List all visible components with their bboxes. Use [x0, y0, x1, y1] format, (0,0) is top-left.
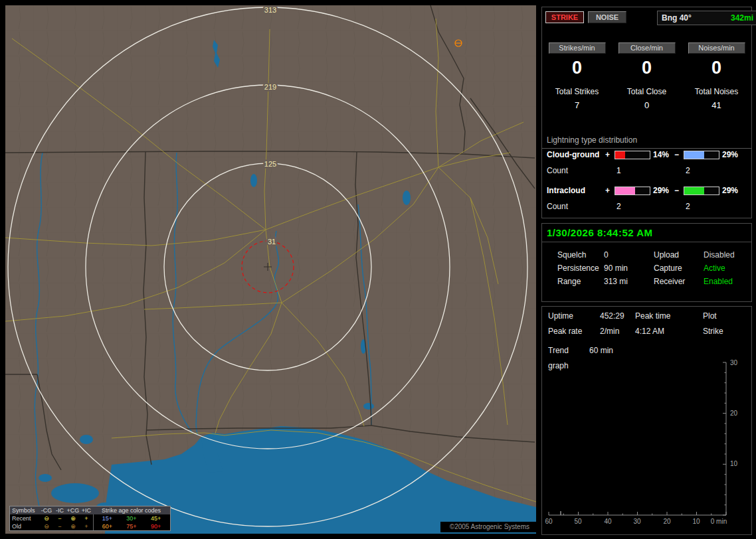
neg-ic-recent-icon: − — [53, 514, 66, 522]
cg-minus-pct: 29% — [719, 150, 751, 159]
uptime-value: 452:29 — [600, 309, 635, 324]
plot-label: Plot — [703, 309, 751, 324]
legend-old-label: Old — [12, 522, 40, 530]
neg-cg-recent-icon: ⊖ — [40, 514, 53, 522]
x-tick-60: 60 — [545, 518, 553, 525]
range-label: Range — [557, 275, 604, 288]
upload-label: Upload — [654, 248, 704, 262]
plus-sign: + — [605, 186, 614, 195]
plot-value: Strike — [703, 324, 751, 339]
bearing-label: Bng 40° — [662, 13, 692, 23]
strike-mode-button[interactable]: STRIKE — [545, 11, 584, 23]
total-noises-value: 41 — [711, 100, 721, 110]
total-strikes-value: 7 — [575, 100, 579, 110]
x-tick-40: 40 — [604, 518, 612, 525]
cloud-ground-count-row: Count 1 2 — [542, 166, 751, 175]
rate-counters: Strikes/min 0 Close/min 0 Noises/min 0 — [542, 42, 751, 77]
age-90: 90+ — [151, 522, 161, 530]
upload-status: Disabled — [704, 248, 751, 262]
squelch-value: 0 — [604, 248, 654, 262]
total-close-label: Total Close — [627, 87, 666, 96]
close-per-min-button[interactable]: Close/min — [618, 42, 676, 54]
legend-symbols-header: Symbols — [12, 506, 40, 514]
divider — [542, 242, 751, 242]
range-value: 313 mi — [604, 275, 654, 288]
capture-status: Active — [704, 262, 751, 275]
legend-col-neg-ic: -IC — [53, 506, 66, 514]
lake-pontchartrain — [51, 483, 99, 503]
intracloud-row: Intracloud + 29% − 29% — [542, 186, 751, 195]
x-tick-10: 10 — [692, 518, 700, 525]
pos-cg-recent-icon: ⊕ — [66, 514, 80, 522]
intracloud-count-row: Count 2 2 — [542, 202, 751, 211]
cg-plus-count: 1 — [614, 166, 650, 175]
map-canvas[interactable]: 313 219 125 31 — [5, 5, 536, 534]
legend-recent-label: Recent — [12, 514, 40, 522]
noises-per-min-button[interactable]: Noises/min — [688, 42, 745, 54]
neg-cg-old-icon: ⊖ — [40, 522, 53, 530]
status-table: Squelch 0 Upload Disabled Persistence 90… — [542, 248, 751, 288]
persistence-value: 90 min — [604, 262, 654, 275]
capture-label: Capture — [654, 262, 704, 275]
uptime-label: Uptime — [548, 309, 600, 324]
ring-label-219: 219 — [264, 83, 276, 91]
ic-plus-count: 2 — [614, 202, 650, 211]
noises-per-min-value: 0 — [711, 58, 721, 77]
ic-minus-bar — [684, 187, 719, 195]
ring-label-313: 313 — [264, 6, 276, 14]
total-close-value: 0 — [644, 100, 649, 110]
ring-label-31: 31 — [268, 238, 276, 246]
cg-plus-bar — [614, 151, 650, 159]
pos-cg-old-icon: ⊕ — [66, 522, 80, 530]
cloud-ground-label: Cloud-ground — [547, 150, 605, 159]
minus-sign: − — [674, 186, 684, 195]
x-tick-0min: 0 min — [711, 518, 727, 525]
trend-ticks — [549, 362, 726, 515]
ring-label-125: 125 — [264, 160, 276, 168]
count-label: Count — [547, 202, 605, 211]
age-60: 60+ — [102, 522, 112, 530]
legend-col-neg-cg: -CG — [40, 506, 53, 514]
strikes-per-min-button[interactable]: Strikes/min — [549, 42, 606, 54]
plus-sign: + — [605, 150, 614, 159]
peak-rate-label: Peak rate — [548, 324, 600, 339]
neg-ic-old-icon: − — [53, 522, 66, 530]
peak-rate-value: 2/min — [600, 324, 635, 339]
minus-sign: − — [674, 150, 684, 159]
total-strikes-label: Total Strikes — [555, 87, 599, 96]
uptime-row: Uptime 452:29 Peak time Plot — [542, 309, 751, 324]
status-panel: 1/30/2026 8:44:52 AM Squelch 0 Upload Di… — [541, 223, 752, 302]
noise-mode-button[interactable]: NOISE — [588, 11, 626, 23]
strikes-per-min-value: 0 — [572, 58, 582, 77]
age-45: 45+ — [151, 514, 161, 522]
close-per-min-value: 0 — [642, 58, 652, 77]
legend-age-header: Strike age color codes — [93, 506, 168, 514]
intracloud-label: Intracloud — [547, 186, 605, 195]
ic-plus-pct: 29% — [650, 186, 674, 195]
cg-minus-bar — [684, 151, 719, 159]
map-panel[interactable]: 313 219 125 31 Symbols -CG -IC +CG +IC S… — [5, 5, 536, 534]
legend-col-pos-cg: +CG — [66, 506, 80, 514]
receiver-label: Receiver — [654, 275, 704, 288]
squelch-label: Squelch — [557, 248, 604, 262]
bearing-range-display: Bng 40° 342mi — [657, 11, 756, 25]
persistence-label: Persistence — [557, 262, 604, 275]
range-row: Range 313 mi Receiver Enabled — [542, 275, 751, 288]
cg-plus-pct: 14% — [650, 150, 674, 159]
session-trend-panel: Uptime 452:29 Peak time Plot Peak rate 2… — [541, 306, 752, 535]
totals: Total Strikes 7 Total Close 0 Total Nois… — [542, 87, 751, 110]
y-tick-30: 30 — [730, 359, 738, 366]
x-tick-50: 50 — [574, 518, 582, 525]
y-tick-10: 10 — [730, 460, 738, 467]
bearing-distance: 342mi — [731, 13, 753, 23]
ic-plus-bar — [614, 187, 650, 195]
receiver-status: Enabled — [704, 275, 751, 288]
ic-minus-count: 2 — [684, 202, 719, 211]
age-30: 30+ — [126, 514, 136, 522]
peak-rate-row: Peak rate 2/min 4:12 AM Strike — [542, 324, 751, 339]
map-legend: Symbols -CG -IC +CG +IC Strike age color… — [9, 506, 171, 531]
persistence-row: Persistence 90 min Capture Active — [542, 262, 751, 275]
legend-col-pos-ic: +IC — [80, 506, 93, 514]
squelch-row: Squelch 0 Upload Disabled — [542, 248, 751, 262]
cloud-ground-row: Cloud-ground + 14% − 29% — [542, 150, 751, 159]
